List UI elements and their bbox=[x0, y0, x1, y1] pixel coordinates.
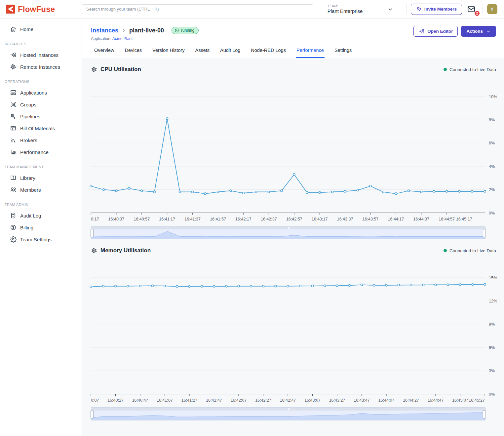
svg-text:4%: 4% bbox=[489, 164, 495, 169]
sidebar-item-label: Applications bbox=[20, 90, 47, 96]
notification-badge: 2 bbox=[474, 10, 480, 17]
svg-text:8%: 8% bbox=[489, 118, 495, 122]
sidebar-item-label: Team Settings bbox=[20, 237, 52, 242]
svg-text:16:45:07: 16:45:07 bbox=[452, 398, 468, 403]
svg-text:0:07: 0:07 bbox=[91, 398, 99, 403]
application-link[interactable]: Acme Plant bbox=[112, 36, 133, 41]
svg-text:6%: 6% bbox=[489, 141, 495, 145]
svg-text:16:41:57: 16:41:57 bbox=[210, 217, 226, 221]
groups-icon bbox=[10, 101, 17, 108]
tab-settings[interactable]: Settings bbox=[334, 48, 352, 58]
brush-track[interactable] bbox=[91, 411, 485, 420]
tab-audit-log[interactable]: Audit Log bbox=[219, 48, 241, 58]
hosted-instances-icon bbox=[10, 52, 17, 58]
flowfuse-logo[interactable]: FlowFuse bbox=[6, 5, 82, 14]
chevron-down-icon[interactable] bbox=[387, 6, 393, 12]
audit-log-icon bbox=[10, 212, 17, 219]
svg-text:15%: 15% bbox=[489, 276, 497, 280]
team-selector[interactable]: TEAM: Plant Enterprise bbox=[328, 4, 377, 14]
sidebar-item-label: Billing bbox=[20, 225, 33, 230]
sidebar-item-bill-of-materials[interactable]: Bill Of Materials bbox=[0, 122, 82, 134]
sidebar-item-members[interactable]: Members bbox=[0, 184, 82, 196]
section-divider bbox=[91, 76, 496, 76]
memory-chart-brush[interactable] bbox=[91, 407, 485, 420]
charts-area: CPU Utilisation Connected to Live Data 0… bbox=[82, 58, 504, 436]
tab-version-history[interactable]: Version History bbox=[152, 48, 185, 58]
tab-assets[interactable]: Assets bbox=[195, 48, 211, 58]
invite-members-button[interactable]: Invite Members bbox=[411, 4, 462, 15]
svg-text:16:45:27: 16:45:27 bbox=[469, 398, 485, 403]
cpu-utilisation-chart[interactable]: 0%2%4%6%8%10%0:1716:40:3716:40:5716:41:1… bbox=[91, 78, 496, 222]
brush-handle-right[interactable] bbox=[483, 229, 486, 237]
sidebar-item-applications[interactable]: Applications bbox=[0, 87, 82, 99]
sidebar-item-brokers[interactable]: Brokers bbox=[0, 134, 82, 146]
svg-text:16:40:27: 16:40:27 bbox=[107, 398, 124, 403]
brush-handle-left[interactable] bbox=[91, 229, 94, 237]
running-status-icon bbox=[174, 28, 179, 33]
svg-text:16:41:17: 16:41:17 bbox=[159, 217, 175, 221]
svg-text:16:42:27: 16:42:27 bbox=[255, 398, 271, 403]
svg-text:16:41:47: 16:41:47 bbox=[206, 398, 222, 403]
sidebar-item-label: Remote Instances bbox=[20, 64, 60, 70]
applications-icon bbox=[10, 89, 17, 96]
svg-text:16:41:37: 16:41:37 bbox=[184, 217, 201, 221]
svg-text:3%: 3% bbox=[489, 369, 495, 373]
team-selector-label: TEAM: bbox=[328, 4, 377, 8]
cpu-chart-brush[interactable] bbox=[91, 226, 485, 239]
remote-instances-icon bbox=[10, 63, 17, 70]
svg-text:16:42:07: 16:42:07 bbox=[231, 398, 247, 403]
sidebar-item-billing[interactable]: Billing bbox=[0, 221, 82, 233]
brush-grip[interactable] bbox=[91, 408, 485, 411]
svg-text:12%: 12% bbox=[489, 299, 497, 303]
tab-overview[interactable]: Overview bbox=[94, 48, 115, 58]
svg-text:16:43:57: 16:43:57 bbox=[363, 217, 379, 221]
status-label: running bbox=[181, 28, 194, 33]
search-input[interactable] bbox=[82, 4, 313, 14]
svg-text:16:44:17: 16:44:17 bbox=[388, 217, 404, 221]
svg-text:16:44:27: 16:44:27 bbox=[403, 398, 419, 403]
sidebar-item-pipelines[interactable]: Pipelines bbox=[0, 110, 82, 122]
team-settings-icon bbox=[10, 236, 17, 243]
breadcrumb-instances-link[interactable]: Instances bbox=[91, 27, 118, 34]
open-editor-button[interactable]: Open Editor bbox=[413, 26, 458, 37]
tab-performance[interactable]: Performance bbox=[296, 48, 325, 58]
live-data-dot bbox=[444, 68, 447, 71]
tab-node-red-logs[interactable]: Node-RED Logs bbox=[250, 48, 287, 58]
memory-utilisation-chart[interactable]: 0%3%6%9%12%15%0:0716:40:2716:40:4716:41:… bbox=[91, 259, 496, 403]
sidebar-item-performance[interactable]: Performance bbox=[0, 146, 82, 158]
instance-tabs: OverviewDevicesVersion HistoryAssetsAudi… bbox=[82, 48, 504, 58]
divider bbox=[406, 4, 407, 14]
sidebar-item-audit-log[interactable]: Audit Log bbox=[0, 210, 82, 221]
notifications-button[interactable]: 2 bbox=[466, 4, 478, 14]
tab-devices[interactable]: Devices bbox=[124, 48, 142, 58]
svg-text:16:44:07: 16:44:07 bbox=[378, 398, 395, 403]
sidebar-item-label: Home bbox=[20, 26, 33, 32]
invite-members-label: Invite Members bbox=[424, 7, 457, 12]
actions-button[interactable]: Actions bbox=[461, 26, 496, 37]
sidebar-item-library[interactable]: Library bbox=[0, 172, 82, 184]
sidebar-section-label: TEAM ADMIN bbox=[0, 196, 82, 210]
open-editor-icon bbox=[418, 28, 425, 34]
svg-text:0%: 0% bbox=[489, 392, 495, 397]
chevron-down-icon bbox=[486, 29, 491, 34]
brush-grip[interactable] bbox=[91, 226, 485, 229]
avatar[interactable]: fl bbox=[487, 4, 497, 14]
brush-handle-left[interactable] bbox=[91, 410, 94, 418]
brush-track[interactable] bbox=[91, 229, 485, 239]
svg-text:16:42:47: 16:42:47 bbox=[280, 398, 296, 403]
library-icon bbox=[10, 175, 17, 181]
sidebar-item-hosted-instances[interactable]: Hosted Instances bbox=[0, 49, 82, 61]
sidebar-item-label: Groups bbox=[20, 102, 36, 107]
sidebar-item-groups[interactable]: Groups bbox=[0, 99, 82, 110]
live-data-dot bbox=[444, 249, 447, 252]
sidebar-item-home[interactable]: Home bbox=[0, 23, 82, 35]
flowfuse-logo-icon bbox=[6, 5, 15, 14]
application-label: Application: bbox=[91, 36, 111, 41]
sidebar-item-label: Library bbox=[20, 175, 35, 181]
brush-handle-right[interactable] bbox=[483, 410, 486, 418]
svg-text:0%: 0% bbox=[489, 211, 495, 216]
sidebar-item-remote-instances[interactable]: Remote Instances bbox=[0, 61, 82, 73]
svg-text:16:45:17: 16:45:17 bbox=[456, 217, 472, 221]
sidebar-item-team-settings[interactable]: Team Settings bbox=[0, 233, 82, 245]
sidebar-item-label: Brokers bbox=[20, 138, 37, 143]
